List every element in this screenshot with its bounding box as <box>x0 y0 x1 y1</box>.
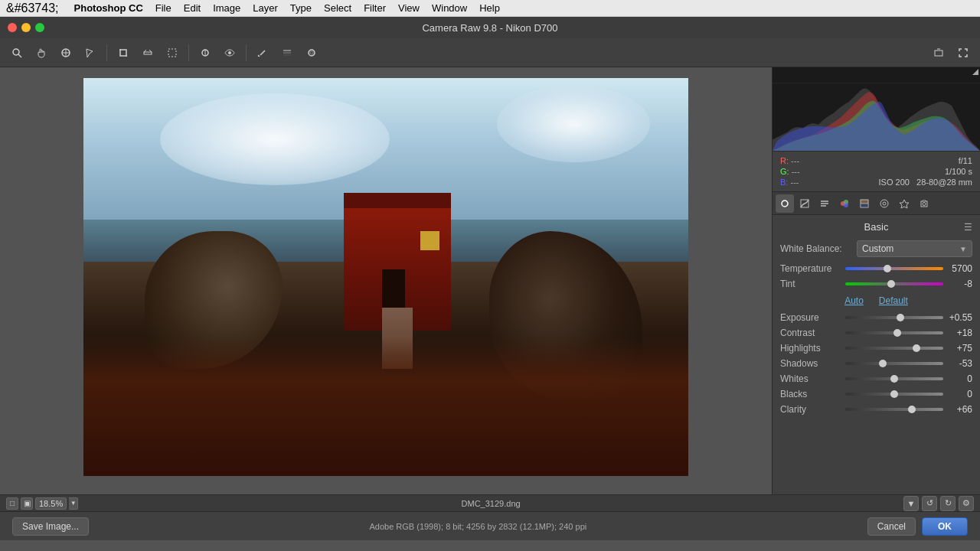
svg-point-15 <box>782 201 788 207</box>
hand-tool[interactable] <box>31 42 52 64</box>
maximize-button[interactable] <box>35 23 44 32</box>
contrast-slider-wrap[interactable] <box>845 328 943 338</box>
temperature-label: Temperature <box>780 263 845 274</box>
blacks-track <box>845 393 943 396</box>
zoom-dropdown-button[interactable]: ▼ <box>69 497 78 510</box>
blacks-slider-wrap[interactable] <box>845 389 943 399</box>
temperature-thumb[interactable] <box>884 265 891 272</box>
clarity-thumb[interactable] <box>908 406 916 413</box>
color-sampler-tool[interactable] <box>80 42 101 64</box>
camera-calibration-icon[interactable] <box>915 194 933 213</box>
rotate-right-icon[interactable]: ↻ <box>940 496 956 511</box>
straighten-tool[interactable] <box>137 42 158 64</box>
settings-icon[interactable]: ⚙ <box>959 496 974 511</box>
adjustment-brush[interactable] <box>252 42 273 64</box>
menu-select[interactable]: Select <box>324 2 351 14</box>
toolbar <box>0 38 980 67</box>
menu-window[interactable]: Window <box>432 2 467 14</box>
menu-edit[interactable]: Edit <box>184 2 201 14</box>
temperature-slider-wrap[interactable] <box>845 263 943 274</box>
cancel-button[interactable]: Cancel <box>867 517 916 536</box>
svg-point-23 <box>880 200 888 207</box>
menu-image[interactable]: Image <box>213 2 240 14</box>
tint-label: Tint <box>780 279 845 289</box>
contrast-thumb[interactable] <box>893 329 901 337</box>
lens-corrections-icon[interactable] <box>875 194 893 213</box>
zoom-fill-icon[interactable]: ▣ <box>21 497 33 510</box>
ok-button[interactable]: OK <box>922 517 968 536</box>
svg-point-11 <box>309 50 315 56</box>
iso-lens-value: ISO 200 28-80@28 mm <box>879 178 972 187</box>
tint-slider-wrap[interactable] <box>845 279 943 289</box>
red-eye-tool[interactable] <box>219 42 240 64</box>
clarity-slider-wrap[interactable] <box>845 404 943 415</box>
menu-filter[interactable]: Filter <box>364 2 386 14</box>
contrast-track <box>845 331 943 334</box>
effects-icon[interactable] <box>895 194 913 213</box>
crop-tool[interactable] <box>113 42 134 64</box>
highlights-slider-wrap[interactable] <box>845 343 943 354</box>
action-buttons: Cancel OK <box>867 517 968 536</box>
close-button[interactable] <box>8 23 17 32</box>
panel-menu-icon[interactable]: ☰ <box>964 222 972 233</box>
save-image-button[interactable]: Save Image... <box>12 517 89 536</box>
whites-label: Whites <box>780 373 845 384</box>
highlights-thumb[interactable] <box>913 344 920 352</box>
white-balance-value: Custom <box>862 243 893 254</box>
tint-value: -8 <box>943 279 972 289</box>
menu-view[interactable]: View <box>398 2 420 14</box>
rating-icon[interactable]: ▼ <box>903 496 919 511</box>
canvas-area[interactable] <box>0 67 772 494</box>
toggle-fullscreen[interactable] <box>928 42 949 64</box>
status-bar: □ ▣ 18.5% ▼ DMC_3129.dng ▼ ↺ ↻ ⚙ <box>0 494 980 511</box>
zoom-fit-icon[interactable]: □ <box>6 497 18 510</box>
minimize-button[interactable] <box>21 23 31 32</box>
menu-layer[interactable]: Layer <box>253 2 278 14</box>
menu-help[interactable]: Help <box>479 2 500 14</box>
radial-filter[interactable] <box>301 42 322 64</box>
split-toning-icon[interactable] <box>855 194 874 213</box>
apple-menu[interactable]: &#63743; <box>6 2 59 15</box>
blacks-value: 0 <box>943 389 972 399</box>
exposure-value: +0.55 <box>943 312 972 323</box>
white-balance-tool[interactable] <box>55 42 77 64</box>
exposure-track <box>845 316 943 319</box>
tone-curve-icon[interactable] <box>795 194 814 213</box>
shadows-slider-wrap[interactable] <box>845 358 943 369</box>
zoom-tool[interactable] <box>6 42 28 64</box>
clarity-label: Clarity <box>780 404 845 415</box>
hsl-icon[interactable] <box>835 194 854 213</box>
cloud-right <box>497 86 650 162</box>
right-panel: R: --- G: --- B: --- f/11 1/100 s ISO 20… <box>772 67 980 494</box>
detail-icon[interactable] <box>815 194 834 213</box>
transform-tool[interactable] <box>162 42 183 64</box>
auto-button[interactable]: Auto <box>844 295 864 306</box>
b-label: B: --- <box>780 178 800 187</box>
graduated-filter[interactable] <box>276 42 298 64</box>
building-door <box>382 269 405 308</box>
menu-file[interactable]: File <box>155 2 172 14</box>
shadows-thumb[interactable] <box>879 360 887 367</box>
default-button[interactable]: Default <box>879 295 908 306</box>
blacks-thumb[interactable] <box>890 390 898 398</box>
photo-canvas <box>83 78 688 476</box>
spot-removal-tool[interactable] <box>194 42 216 64</box>
exposure-info: f/11 1/100 s ISO 200 28-80@28 mm <box>815 156 972 187</box>
rotate-left-icon[interactable]: ↺ <box>922 496 937 511</box>
histogram-warning-icon[interactable] <box>972 69 978 75</box>
exposure-thumb[interactable] <box>897 314 904 321</box>
basic-panel-icon[interactable] <box>776 194 794 213</box>
tint-row: Tint -8 <box>780 279 972 289</box>
app-name[interactable]: Photoshop CC <box>74 2 143 14</box>
svg-rect-13 <box>935 51 942 56</box>
menu-type[interactable]: Type <box>290 2 312 14</box>
camera-info: R: --- G: --- B: --- f/11 1/100 s ISO 20… <box>773 152 980 192</box>
whites-thumb[interactable] <box>890 375 898 383</box>
exposure-slider-wrap[interactable] <box>845 312 943 323</box>
whites-slider-wrap[interactable] <box>845 373 943 384</box>
tint-thumb[interactable] <box>887 280 895 288</box>
shadows-row: Shadows -53 <box>780 358 972 369</box>
zoom-level[interactable]: 18.5% <box>35 497 67 510</box>
white-balance-select[interactable]: Custom ▼ <box>857 240 972 257</box>
view-full-screen[interactable] <box>952 42 974 64</box>
